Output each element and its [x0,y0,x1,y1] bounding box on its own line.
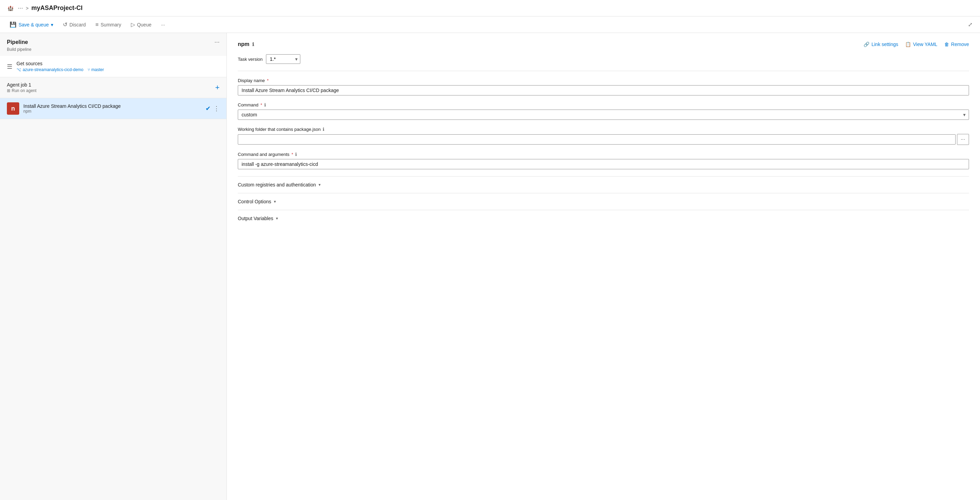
custom-registries-section: Custom registries and authentication ▾ [238,176,969,193]
display-name-label: Display name * [238,78,969,83]
command-info-icon[interactable]: ℹ [264,102,266,108]
command-select[interactable]: custom [238,110,969,120]
working-folder-input-group: ··· [238,134,969,145]
pipeline-title: Pipeline [7,39,28,45]
output-variables-section: Output Variables ▾ [238,210,969,227]
output-variables-label: Output Variables [238,216,273,221]
more-options-label: ··· [161,22,165,27]
get-sources-repo: ⌥ azure-streamanalytics-cicd-demo [16,67,83,72]
control-options-toggle[interactable]: Control Options ▾ [238,199,969,204]
more-options-button[interactable]: ··· [157,20,169,30]
control-options-label: Control Options [238,199,271,204]
agent-job-left: Agent job 1 ⊞ Run on agent [7,82,37,93]
link-settings-button[interactable]: 🔗 Link settings [864,41,898,47]
task-item-subtitle: npm [23,109,201,114]
task-check-icon: ✔ [205,105,211,112]
save-queue-label: Save & queue [19,22,49,27]
get-sources-item[interactable]: ☰ Get sources ⌥ azure-streamanalytics-ci… [0,56,226,77]
nav-chevron: > [26,5,29,11]
summary-button[interactable]: ≡ Summary [91,19,125,30]
agent-job-header: Agent job 1 ⊞ Run on agent + [0,77,226,98]
queue-label: Queue [137,22,151,27]
command-args-required: * [291,152,293,157]
pipeline-menu-button[interactable]: ··· [215,38,220,46]
link-icon: 🔗 [864,41,869,47]
add-task-button[interactable]: + [215,83,220,92]
pipeline-title-group: Pipeline [7,39,28,45]
toolbar: 💾 Save & queue ▾ ↺ Discard ≡ Summary ▷ Q… [0,16,980,33]
npm-info-icon[interactable]: ℹ [252,41,254,47]
yaml-icon: 📋 [905,41,911,47]
npm-title-group: npm ℹ [238,41,254,48]
control-options-chevron: ▾ [274,199,276,204]
save-queue-chevron: ▾ [51,22,53,27]
agent-job-subtitle: ⊞ Run on agent [7,88,37,93]
task-item[interactable]: n Install Azure Stream Analytics CI/CD p… [0,98,226,119]
task-item-content: Install Azure Stream Analytics CI/CD pac… [23,103,201,114]
project-title: myASAProject-CI [31,5,83,12]
npm-icon-letter: n [11,105,15,112]
display-name-input[interactable] [238,85,969,95]
command-group: Command * ℹ custom ▾ [238,102,969,120]
task-version-select[interactable]: 1.* [266,54,300,64]
agent-job-content: Agent job 1 ⊞ Run on agent [7,82,37,93]
remove-button[interactable]: 🗑 Remove [944,41,969,47]
queue-icon: ▷ [131,21,135,28]
top-nav: 🏰 ··· > myASAProject-CI [0,0,980,16]
nav-ellipsis[interactable]: ··· [18,5,23,12]
summary-icon: ≡ [95,22,98,28]
task-version-group: Task version 1.* ▾ [238,54,969,64]
get-sources-title: Get sources [16,61,220,66]
queue-button[interactable]: ▷ Queue [127,19,156,30]
command-args-input[interactable] [238,159,969,169]
discard-icon: ↺ [63,21,67,28]
section-divider [238,71,969,71]
task-version-label: Task version [238,57,262,62]
command-select-wrapper: custom ▾ [238,110,969,120]
discard-button[interactable]: ↺ Discard [59,19,90,30]
pipeline-subtitle: Build pipeline [0,47,226,56]
save-icon: 💾 [10,21,16,28]
working-folder-browse-button[interactable]: ··· [957,134,969,145]
view-yaml-button[interactable]: 📋 View YAML [905,41,937,47]
working-folder-input[interactable] [238,134,956,144]
working-folder-group: Working folder that contains package.jso… [238,127,969,145]
task-item-title: Install Azure Stream Analytics CI/CD pac… [23,103,201,109]
right-panel-inner: npm ℹ 🔗 Link settings 📋 View YAML 🗑 Remo… [227,33,980,235]
working-folder-info-icon[interactable]: ℹ [323,127,325,132]
main-layout: Pipeline ··· Build pipeline ☰ Get source… [0,33,980,500]
npm-title-text: npm [238,41,250,48]
command-args-group: Command and arguments * ℹ [238,152,969,169]
task-item-icon: n [7,102,19,115]
custom-registries-label: Custom registries and authentication [238,182,316,187]
agent-job-title: Agent job 1 [7,82,37,87]
task-dots-button[interactable]: ⋮ [213,105,220,112]
task-version-wrapper: 1.* ▾ [266,54,300,64]
display-name-required: * [267,78,269,83]
get-sources-content: Get sources ⌥ azure-streamanalytics-cicd… [16,61,220,72]
collapse-button[interactable]: ⤢ [966,19,975,30]
output-variables-toggle[interactable]: Output Variables ▾ [238,216,969,221]
output-variables-chevron: ▾ [276,216,278,221]
command-required: * [261,102,262,108]
npm-actions: 🔗 Link settings 📋 View YAML 🗑 Remove [864,41,969,47]
custom-registries-chevron: ▾ [318,183,321,187]
control-options-section: Control Options ▾ [238,193,969,210]
right-panel: npm ℹ 🔗 Link settings 📋 View YAML 🗑 Remo… [227,33,980,500]
collapse-icon: ⤢ [968,22,972,27]
display-name-group: Display name * [238,78,969,95]
command-args-label: Command and arguments * ℹ [238,152,969,157]
get-sources-branch: ⑂ master [88,67,104,72]
save-queue-button[interactable]: 💾 Save & queue ▾ [5,19,57,30]
npm-header: npm ℹ 🔗 Link settings 📋 View YAML 🗑 Remo… [238,41,969,48]
agent-icon: ⊞ [7,88,10,93]
command-args-info-icon[interactable]: ℹ [295,152,297,157]
working-folder-label: Working folder that contains package.jso… [238,127,969,132]
remove-icon: 🗑 [944,41,949,47]
discard-label: Discard [69,22,86,27]
custom-registries-toggle[interactable]: Custom registries and authentication ▾ [238,182,969,187]
branch-icon: ⑂ [88,67,90,72]
task-item-actions: ✔ ⋮ [205,105,220,112]
get-sources-icon: ☰ [7,63,13,70]
app-icon: 🏰 [5,3,15,13]
